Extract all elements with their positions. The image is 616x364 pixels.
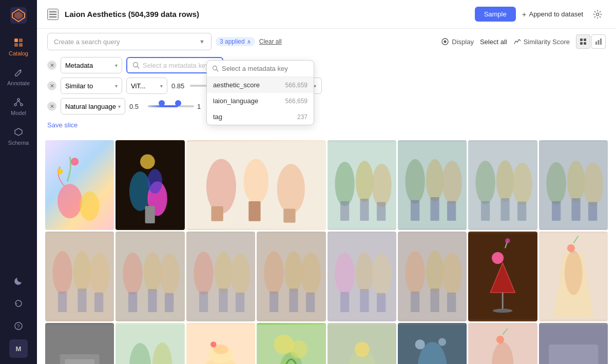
grid-cell-5[interactable]: [398, 140, 467, 230]
grid-cell-19[interactable]: [257, 323, 325, 364]
append-button[interactable]: + Append to dataset: [522, 10, 583, 18]
svg-point-128: [567, 244, 574, 252]
svg-point-59: [442, 161, 461, 204]
svg-rect-82: [78, 289, 86, 312]
grid-cell-16[interactable]: [45, 323, 114, 364]
grid-cell-20[interactable]: [328, 323, 396, 364]
svg-rect-67: [481, 201, 490, 221]
svg-point-85: [123, 253, 143, 295]
catalog-label: Catalog: [9, 50, 28, 56]
grid-cell-18[interactable]: [186, 323, 255, 364]
svg-rect-6: [19, 43, 23, 47]
grid-cell-17[interactable]: [116, 323, 184, 364]
remove-nl-filter[interactable]: ✕: [47, 102, 56, 111]
svg-line-10: [16, 101, 18, 104]
dropdown-item-tag[interactable]: tag 237: [207, 109, 314, 125]
grid-cell-14[interactable]: [468, 232, 537, 321]
menu-button[interactable]: [47, 9, 59, 20]
settings-button[interactable]: [589, 6, 606, 23]
user-badge[interactable]: M: [9, 339, 28, 358]
refresh-button[interactable]: [9, 294, 28, 313]
clear-all-button[interactable]: Clear all: [259, 38, 282, 45]
remove-metadata-filter[interactable]: ✕: [47, 61, 56, 70]
grid-cell-4[interactable]: [328, 140, 396, 230]
vit-model-select[interactable]: ViT... ▾: [126, 78, 167, 94]
svg-rect-48: [283, 209, 295, 223]
svg-text:?: ?: [17, 324, 20, 330]
grid-cell-10[interactable]: [186, 232, 255, 321]
svg-rect-75: [571, 198, 580, 221]
grid-cell-12[interactable]: [328, 232, 396, 321]
sidebar-item-schema[interactable]: Schema: [3, 122, 34, 150]
svg-rect-21: [580, 39, 583, 41]
svg-rect-5: [14, 43, 18, 47]
grid-cell-22[interactable]: [468, 323, 537, 364]
svg-rect-117: [430, 289, 439, 312]
schema-label: Schema: [8, 140, 29, 146]
metadata-type-select[interactable]: Metadata ▾: [61, 57, 122, 73]
svg-point-78: [52, 251, 72, 294]
plus-icon: +: [522, 10, 527, 18]
select-all-button[interactable]: Select all: [480, 38, 507, 46]
svg-rect-60: [411, 200, 419, 221]
grid-cell-11[interactable]: [257, 232, 325, 321]
svg-point-123: [493, 309, 512, 313]
svg-point-101: [301, 253, 321, 295]
search-query-input[interactable]: Create a search query ▼: [47, 33, 211, 50]
dark-mode-button[interactable]: [9, 272, 28, 290]
svg-rect-53: [340, 201, 349, 221]
svg-point-145: [290, 340, 307, 358]
svg-rect-109: [340, 292, 349, 312]
grid-cell-2[interactable]: [186, 140, 326, 230]
svg-rect-47: [248, 201, 260, 221]
display-button[interactable]: Display: [441, 37, 474, 46]
grid-cell-0[interactable]: [45, 140, 114, 230]
svg-point-153: [438, 338, 446, 346]
sample-button[interactable]: Sample: [475, 7, 516, 22]
help-button[interactable]: ?: [9, 317, 28, 335]
save-slice-button[interactable]: Save slice: [47, 118, 606, 132]
similar-to-type-select[interactable]: Similar to ▾: [61, 78, 122, 94]
grid-cell-1[interactable]: [116, 140, 184, 230]
svg-rect-74: [552, 201, 561, 221]
filter-row-natural-language: ✕ Natural language ▾ 0.5 1: [47, 98, 606, 115]
svg-point-50: [335, 162, 354, 206]
grid-view-button[interactable]: [576, 34, 590, 49]
grid-cell-6[interactable]: [468, 140, 537, 230]
grid-cell-23[interactable]: [539, 323, 608, 364]
svg-rect-23: [580, 42, 583, 45]
grid-cell-9[interactable]: [116, 232, 184, 321]
remove-similar-filter[interactable]: ✕: [47, 81, 56, 90]
svg-point-73: [583, 163, 603, 206]
chart-view-button[interactable]: [591, 34, 606, 49]
dropdown-search-input[interactable]: [222, 65, 309, 72]
app-logo[interactable]: [9, 6, 28, 25]
svg-point-37: [129, 171, 151, 211]
svg-rect-111: [376, 293, 385, 312]
svg-point-7: [17, 99, 20, 101]
badge-remove-icon[interactable]: ∧: [247, 39, 251, 45]
svg-point-52: [372, 164, 391, 207]
grid-cell-8[interactable]: [45, 232, 114, 321]
sidebar-item-catalog[interactable]: Catalog: [3, 33, 34, 61]
nl-type-select[interactable]: Natural language ▾: [61, 98, 125, 114]
grid-cell-7[interactable]: [539, 140, 608, 230]
svg-point-43: [206, 159, 236, 214]
sidebar-bottom: ? M: [9, 272, 28, 358]
svg-point-72: [567, 161, 585, 202]
grid-cell-13[interactable]: [398, 232, 467, 321]
svg-point-99: [264, 251, 284, 294]
sidebar-item-annotate[interactable]: Annotate: [3, 63, 34, 90]
sidebar-item-model[interactable]: Model: [3, 92, 34, 120]
dropdown-item-aesthetic-score[interactable]: aesthetic_score 566,659: [207, 77, 314, 93]
similarity-button[interactable]: Similarity Score: [513, 37, 570, 46]
grid-cell-15[interactable]: [539, 232, 608, 321]
metadata-key-dropdown: aesthetic_score 566,659 laion_language 5…: [206, 60, 314, 125]
svg-rect-61: [430, 197, 439, 221]
grid-cell-21[interactable]: [398, 323, 467, 364]
svg-point-57: [405, 159, 425, 203]
svg-point-100: [285, 251, 303, 293]
nl-slider[interactable]: [148, 103, 194, 110]
dropdown-item-laion-language[interactable]: laion_language 566,659: [207, 93, 314, 109]
svg-rect-4: [19, 39, 23, 42]
